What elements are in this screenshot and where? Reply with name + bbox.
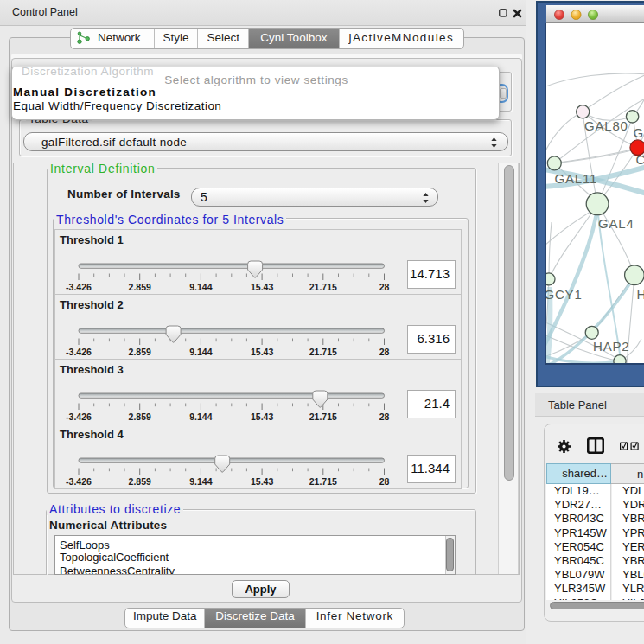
svg-text:15.43: 15.43	[251, 411, 273, 422]
svg-text:2.859: 2.859	[129, 411, 151, 422]
svg-text:GAL4: GAL4	[598, 216, 634, 231]
svg-text:-3.426: -3.426	[66, 411, 92, 422]
svg-text:15.43: 15.43	[251, 282, 273, 292]
svg-text:-3.426: -3.426	[66, 347, 92, 357]
svg-text:9.144: 9.144	[189, 476, 212, 487]
svg-text:9.144: 9.144	[189, 282, 212, 292]
svg-text:C: C	[636, 152, 644, 167]
svg-text:9.144: 9.144	[189, 347, 212, 357]
svg-text:GAL80: GAL80	[584, 118, 628, 133]
svg-text:GA: GA	[634, 125, 644, 140]
svg-text:15.43: 15.43	[251, 347, 273, 357]
svg-text:-3.426: -3.426	[66, 282, 92, 292]
svg-text:2.859: 2.859	[129, 476, 151, 487]
svg-text:9.144: 9.144	[189, 411, 212, 422]
svg-text:28: 28	[379, 411, 390, 422]
svg-text:-3.426: -3.426	[66, 476, 92, 487]
svg-text:HAP2: HAP2	[593, 339, 629, 354]
svg-text:28: 28	[379, 476, 390, 487]
svg-text:2.859: 2.859	[129, 282, 151, 292]
svg-text:H: H	[637, 287, 644, 302]
svg-text:21.715: 21.715	[309, 282, 337, 292]
svg-text:GCY1: GCY1	[546, 287, 583, 302]
svg-text:28: 28	[379, 282, 390, 292]
svg-text:28: 28	[379, 347, 390, 357]
svg-text:GAL11: GAL11	[555, 171, 598, 186]
svg-text:21.715: 21.715	[309, 476, 337, 487]
svg-text:21.715: 21.715	[309, 411, 337, 422]
svg-text:2.859: 2.859	[129, 347, 151, 357]
svg-text:15.43: 15.43	[251, 476, 273, 487]
svg-text:21.715: 21.715	[309, 347, 337, 357]
